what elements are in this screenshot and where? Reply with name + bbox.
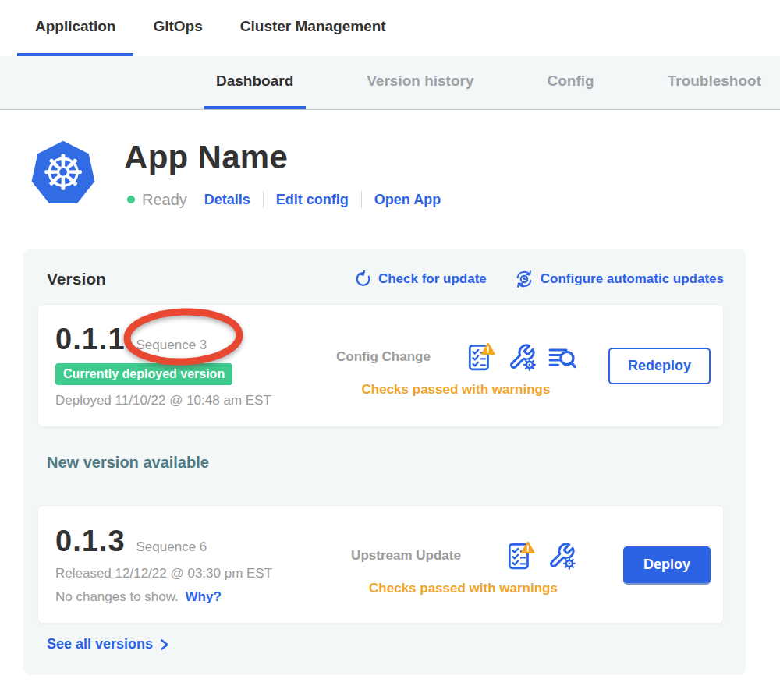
why-link[interactable]: Why? (186, 589, 222, 604)
wrench-gear-config-icon[interactable] (548, 542, 576, 570)
divider (361, 191, 362, 208)
ready-status-dot-icon (127, 196, 135, 203)
available-version-number: 0.1.3 (55, 525, 126, 558)
see-all-versions-link[interactable]: See all versions (47, 636, 171, 652)
check-for-update-link[interactable]: Check for update (354, 270, 487, 288)
version-panel-actions: Check for update Configure automatic upd… (354, 270, 724, 288)
open-app-link[interactable]: Open App (374, 192, 441, 208)
clock-refresh-icon (515, 270, 534, 288)
current-version-sequence: Sequence 3 (136, 338, 207, 353)
currently-deployed-badge: Currently deployed version (55, 363, 232, 385)
current-version-card: 0.1.1 Sequence 3 Currently deployed vers… (37, 304, 724, 427)
tab-gitops[interactable]: GitOps (135, 0, 220, 56)
available-version-sequence: Sequence 6 (136, 539, 207, 555)
new-version-heading: New version available (47, 454, 209, 472)
app-name-title: App Name (124, 139, 288, 176)
version-panel-header: Version Check for update Configure (47, 270, 724, 288)
preflight-checks-warning-icon[interactable] (505, 540, 536, 571)
primary-nav: Application GitOps Cluster Management (0, 0, 780, 56)
preflight-checks-warning-icon[interactable] (465, 341, 496, 373)
configure-automatic-updates-link[interactable]: Configure automatic updates (515, 270, 724, 288)
app-status-row: Ready Details Edit config Open App (127, 189, 441, 210)
check-for-update-label: Check for update (378, 271, 487, 287)
checks-status-text: Checks passed with warnings (369, 581, 558, 596)
deploy-button[interactable]: Deploy (623, 546, 711, 583)
tab-config[interactable]: Config (535, 56, 607, 109)
view-diff-icon[interactable] (548, 343, 576, 371)
released-timestamp: Released 12/12/22 @ 03:30 pm EST (55, 566, 313, 582)
tab-dashboard[interactable]: Dashboard (204, 56, 306, 109)
wrench-gear-config-icon[interactable] (508, 343, 536, 371)
chevron-right-icon (158, 638, 171, 652)
current-version-info: 0.1.1 Sequence 3 Currently deployed vers… (55, 323, 313, 408)
version-panel-title: Version (47, 270, 106, 288)
tab-cluster-management[interactable]: Cluster Management (222, 0, 404, 56)
edit-config-link[interactable]: Edit config (276, 192, 349, 208)
no-changes-text: No changes to show. (55, 589, 179, 604)
checks-status-text: Checks passed with warnings (362, 382, 551, 398)
tab-application[interactable]: Application (17, 0, 133, 56)
details-link[interactable]: Details (204, 192, 250, 208)
divider (263, 191, 264, 208)
available-version-status: Upstream Update (313, 540, 614, 596)
tab-troubleshoot[interactable]: Troubleshoot (655, 56, 774, 109)
available-version-card: 0.1.3 Sequence 6 Released 12/12/22 @ 03:… (37, 505, 724, 624)
available-version-info: 0.1.3 Sequence 6 Released 12/12/22 @ 03:… (55, 525, 313, 605)
app-status-label: Ready (142, 191, 187, 209)
version-panel: Version Check for update Configure (23, 249, 746, 675)
kubernetes-helm-icon: ☸ (41, 149, 85, 197)
deployed-timestamp: Deployed 11/10/22 @ 10:48 am EST (55, 393, 313, 408)
current-version-number: 0.1.1 (55, 323, 126, 356)
app-sub-nav: Dashboard Version history Config Trouble… (0, 56, 780, 110)
change-type-label: Upstream Update (351, 548, 461, 564)
redeploy-button[interactable]: Redeploy (608, 348, 711, 384)
change-type-label: Config Change (336, 349, 431, 365)
refresh-icon (354, 270, 371, 288)
configure-automatic-updates-label: Configure automatic updates (541, 271, 724, 287)
current-version-status: Config Change (313, 341, 599, 398)
tab-version-history[interactable]: Version history (354, 56, 486, 109)
kubernetes-logo: ☸ (30, 140, 97, 207)
see-all-versions-label: See all versions (47, 636, 153, 652)
